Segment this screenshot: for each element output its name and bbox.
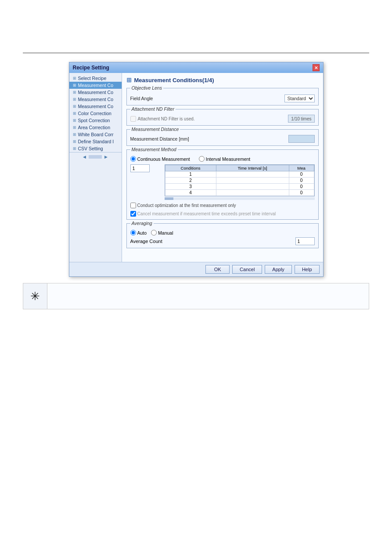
sidebar-label-3: Measurement Co xyxy=(78,97,114,102)
help-button[interactable]: Help xyxy=(295,265,320,274)
sidebar-label-2: Measurement Co xyxy=(78,90,114,95)
table-cell-time-1 xyxy=(216,171,289,178)
scroll-right-icon[interactable]: ▶ xyxy=(103,155,109,159)
sidebar-label-10: CSV Setting xyxy=(78,146,103,151)
sidebar-item-measurement-co-1[interactable]: ⊞ Measurement Co xyxy=(69,82,122,89)
nd-filter-checkbox[interactable] xyxy=(130,116,136,122)
sidebar-item-color-correction[interactable]: ⊞ Color Correction xyxy=(69,110,122,117)
nd-filter-checkbox-label: Attachment ND Filter is used. xyxy=(138,116,195,121)
main-content: ⊞ Measurement Conditions(1/4) Objective … xyxy=(122,73,323,262)
table-cell-cond-3: 3 xyxy=(165,184,216,190)
averaging-label: Averaging xyxy=(130,221,154,226)
manual-radio[interactable] xyxy=(151,230,157,236)
sidebar-label-9: Define Standard I xyxy=(78,139,114,144)
distance-input[interactable]: 1000 xyxy=(288,135,315,143)
table-header-mea: Mea xyxy=(289,165,314,171)
main-title-icon: ⊞ xyxy=(126,76,132,83)
table-cell-cond-2: 2 xyxy=(165,178,216,184)
nd-filter-value: 1/10 times xyxy=(288,115,314,123)
auto-radio[interactable] xyxy=(130,230,136,236)
objective-lens-group: Objective Lens Field Angle Standard Wide… xyxy=(126,88,319,105)
ok-button[interactable]: OK xyxy=(205,265,230,274)
measurement-method-group: Measurement Method Continuous Measuremen… xyxy=(126,149,319,220)
sidebar-icon-0: ⊞ xyxy=(73,76,76,80)
table-cell-mea-3: 0 xyxy=(289,184,314,190)
sidebar: ⊞ Select Recipe ⊞ Measurement Co ⊞ Measu… xyxy=(69,73,122,262)
sidebar-icon-5: ⊞ xyxy=(73,111,76,116)
recipe-setting-dialog: Recipe Setting ✕ ⊞ Select Recipe ⊞ Measu… xyxy=(69,62,324,277)
field-angle-select[interactable]: Standard Wide Narrow xyxy=(284,94,315,102)
table-cell-mea-2: 0 xyxy=(289,178,314,184)
dialog-titlebar: Recipe Setting ✕ xyxy=(69,62,323,73)
interval-radio-label[interactable]: Interval Measurement xyxy=(199,156,251,162)
method-content: Conditions Time Interval [s] Mea 1 xyxy=(130,164,315,200)
sidebar-item-white-board-corr[interactable]: ⊞ White Board Corr xyxy=(69,131,122,138)
continuous-spin[interactable] xyxy=(130,164,150,172)
avg-count-input[interactable] xyxy=(295,237,315,245)
continuous-box xyxy=(130,164,161,200)
field-angle-label: Field Angle xyxy=(130,96,165,101)
table-cell-cond-1: 1 xyxy=(165,171,216,178)
sidebar-item-select-recipe[interactable]: ⊞ Select Recipe xyxy=(69,75,122,82)
table-cell-time-4 xyxy=(216,190,289,196)
interval-table: Conditions Time Interval [s] Mea 1 xyxy=(165,164,315,196)
table-cell-time-3 xyxy=(216,184,289,190)
opt2-row: Cancel measurement if measurement time e… xyxy=(130,211,315,217)
dialog-title: Recipe Setting xyxy=(73,65,109,71)
opt1-checkbox[interactable] xyxy=(130,203,136,208)
avg-count-label: Average Count xyxy=(130,239,162,244)
continuous-label-text: Continuous Measurement xyxy=(137,156,190,162)
averaging-group: Averaging Auto Manual xyxy=(126,223,319,248)
interval-table-wrapper: Conditions Time Interval [s] Mea 1 xyxy=(165,164,315,200)
table-row: 4 0 xyxy=(165,190,314,196)
opt2-checkbox[interactable] xyxy=(130,211,136,217)
sidebar-icon-10: ⊞ xyxy=(73,146,76,151)
sidebar-item-define-standard[interactable]: ⊞ Define Standard I xyxy=(69,138,122,145)
auto-radio-label[interactable]: Auto xyxy=(130,230,147,236)
sidebar-item-area-correction[interactable]: ⊞ Area Correction xyxy=(69,124,122,131)
avg-count-row: Average Count xyxy=(130,237,315,245)
note-text-area xyxy=(47,283,369,309)
sidebar-item-measurement-co-4[interactable]: ⊞ Measurement Co xyxy=(69,103,122,110)
continuous-radio-label[interactable]: Continuous Measurement xyxy=(130,156,190,162)
opt2-label: Cancel measurement if measurement time e… xyxy=(137,211,276,216)
manual-label-text: Manual xyxy=(158,230,173,236)
sidebar-item-spot-correction[interactable]: ⊞ Spot Correction xyxy=(69,117,122,124)
table-header-time: Time Interval [s] xyxy=(216,165,289,171)
cancel-button[interactable]: Cancel xyxy=(232,265,262,274)
sidebar-item-measurement-co-3[interactable]: ⊞ Measurement Co xyxy=(69,96,122,103)
nd-filter-group: Attachment ND Filter Attachment ND Filte… xyxy=(126,109,319,126)
top-divider xyxy=(23,53,369,53)
manual-radio-label[interactable]: Manual xyxy=(151,230,173,236)
measurement-distance-group: Measurement Distance Measurement Distanc… xyxy=(126,129,319,146)
table-header-conditions: Conditions xyxy=(165,165,216,171)
sidebar-item-measurement-co-2[interactable]: ⊞ Measurement Co xyxy=(69,89,122,96)
nd-filter-label: Attachment ND Filter xyxy=(130,106,176,112)
sidebar-label-8: White Board Corr xyxy=(78,132,114,137)
sidebar-label-5: Color Correction xyxy=(78,111,111,116)
sidebar-label-6: Spot Correction xyxy=(78,118,110,123)
sidebar-icon-8: ⊞ xyxy=(73,132,76,137)
interval-radio[interactable] xyxy=(199,156,205,162)
main-title-text: Measurement Conditions(1/4) xyxy=(134,77,214,83)
sidebar-label-1: Measurement Co xyxy=(78,83,114,88)
apply-button[interactable]: Apply xyxy=(265,265,292,274)
note-icon-area: ✳ xyxy=(23,283,47,309)
interval-label-text: Interval Measurement xyxy=(206,156,251,162)
sidebar-icon-7: ⊞ xyxy=(73,125,76,130)
dialog-footer: OK Cancel Apply Help xyxy=(69,262,323,276)
table-row: 3 0 xyxy=(165,184,314,190)
close-button[interactable]: ✕ xyxy=(313,64,320,71)
continuous-radio[interactable] xyxy=(130,156,136,162)
distance-field-label: Measurement Distance [mm] xyxy=(130,136,189,141)
auto-label-text: Auto xyxy=(137,230,147,236)
sidebar-label-0: Select Recipe xyxy=(78,76,107,81)
sidebar-icon-1: ⊞ xyxy=(73,83,76,87)
table-cell-mea-1: 0 xyxy=(289,171,314,178)
table-cell-mea-4: 0 xyxy=(289,190,314,196)
sidebar-icon-6: ⊞ xyxy=(73,118,76,123)
scroll-left-icon[interactable]: ◀ xyxy=(81,155,88,159)
sidebar-icon-3: ⊞ xyxy=(73,97,76,102)
sidebar-item-csv-setting[interactable]: ⊞ CSV Setting xyxy=(69,145,122,152)
opt1-row: Conduct optimization at the first measur… xyxy=(130,203,315,208)
